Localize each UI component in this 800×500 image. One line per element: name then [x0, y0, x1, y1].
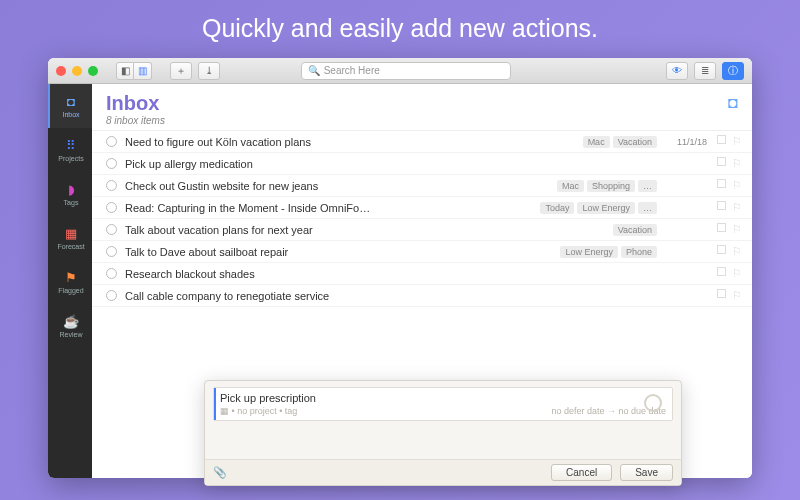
flag-icon: ⚑ — [63, 271, 79, 285]
row-status-icons: ⚐ — [717, 223, 742, 236]
page-heading: Quickly and easily add new actions. — [0, 0, 800, 43]
tag-pill[interactable]: Vacation — [613, 136, 657, 148]
quick-entry-dialog: Pick up prescription ▦ • no project • ta… — [204, 380, 682, 486]
flag-outline-icon[interactable]: ⚐ — [732, 135, 742, 148]
flag-outline-icon[interactable]: ⚐ — [732, 289, 742, 302]
inspector-button[interactable]: ⓘ — [722, 62, 744, 80]
quick-entry-status-circle[interactable] — [644, 394, 662, 412]
eye-icon: 👁 — [672, 65, 682, 76]
list-item[interactable]: Talk to Dave about sailboat repairLow En… — [92, 241, 752, 263]
action-title: Pick up allergy medication — [125, 158, 649, 170]
tag-pill[interactable]: Phone — [621, 246, 657, 258]
flag-outline-icon[interactable]: ⚐ — [732, 223, 742, 236]
action-title: Check out Gustin website for new jeans — [125, 180, 549, 192]
row-status-icons: ⚐ — [717, 135, 742, 148]
cancel-button[interactable]: Cancel — [551, 464, 612, 481]
sidebar-item-label: Inbox — [62, 111, 79, 118]
note-icon — [717, 289, 726, 298]
page-title: Inbox — [106, 92, 738, 115]
sidebar-toggle-button[interactable]: ◧ — [116, 62, 134, 80]
attachment-icon[interactable]: 📎 — [213, 466, 227, 479]
status-circle[interactable] — [106, 180, 117, 191]
search-field[interactable]: 🔍 Search Here — [301, 62, 511, 80]
tag-pill[interactable]: Today — [540, 202, 574, 214]
list-item[interactable]: Talk about vacation plans for next yearV… — [92, 219, 752, 241]
layout-icon: ≣ — [701, 65, 709, 76]
status-circle[interactable] — [106, 268, 117, 279]
status-circle[interactable] — [106, 202, 117, 213]
save-button[interactable]: Save — [620, 464, 673, 481]
note-icon — [717, 135, 726, 144]
layout-button[interactable]: ≣ — [694, 62, 716, 80]
action-tags: MacVacation — [583, 136, 657, 148]
tag-pill[interactable]: Mac — [557, 180, 584, 192]
sidebar-item-review[interactable]: ☕ Review — [48, 304, 92, 348]
sidebar-item-label: Review — [60, 331, 83, 338]
list-item[interactable]: Research blackout shades⚐ — [92, 263, 752, 285]
tag-icon: ◗ — [63, 183, 79, 197]
list-item[interactable]: Pick up allergy medication⚐ — [92, 153, 752, 175]
tag-pill[interactable]: Shopping — [587, 180, 635, 192]
sidebar-item-label: Tags — [64, 199, 79, 206]
quick-entry-title-input[interactable]: Pick up prescription — [220, 392, 666, 404]
list-item[interactable]: Read: Capturing in the Moment - Inside O… — [92, 197, 752, 219]
zoom-window-button[interactable] — [88, 66, 98, 76]
tag-pill[interactable]: Vacation — [613, 224, 657, 236]
content-header: Inbox 8 inbox items ◘ — [92, 84, 752, 131]
sidebar-icon: ◧ — [121, 65, 130, 76]
flag-outline-icon[interactable]: ⚐ — [732, 179, 742, 192]
close-window-button[interactable] — [56, 66, 66, 76]
tag-pill[interactable]: … — [638, 202, 657, 214]
note-icon — [717, 201, 726, 210]
sidebar-item-inbox[interactable]: ◘ Inbox — [48, 84, 92, 128]
list-item[interactable]: Need to figure out Köln vacation plansMa… — [92, 131, 752, 153]
sidebar-item-forecast[interactable]: ▦ Forecast — [48, 216, 92, 260]
sidebar-item-tags[interactable]: ◗ Tags — [48, 172, 92, 216]
row-status-icons: ⚐ — [717, 179, 742, 192]
minimize-window-button[interactable] — [72, 66, 82, 76]
sidebar-item-flagged[interactable]: ⚑ Flagged — [48, 260, 92, 304]
status-circle[interactable] — [106, 246, 117, 257]
action-tags: Vacation — [613, 224, 657, 236]
info-icon: ⓘ — [728, 64, 738, 78]
flag-outline-icon[interactable]: ⚐ — [732, 267, 742, 280]
flag-outline-icon[interactable]: ⚐ — [732, 157, 742, 170]
perspective-sidebar: ◘ Inbox ⠿ Projects ◗ Tags ▦ Forecast ⚑ F… — [48, 84, 92, 478]
note-icon — [717, 267, 726, 276]
projects-icon: ⠿ — [63, 139, 79, 153]
new-action-button[interactable]: ＋ — [170, 62, 192, 80]
tag-pill[interactable]: Mac — [583, 136, 610, 148]
note-icon — [717, 245, 726, 254]
sidebar-item-label: Forecast — [57, 243, 84, 250]
search-placeholder: Search Here — [324, 65, 380, 76]
search-icon: 🔍 — [308, 65, 320, 76]
list-item[interactable]: Check out Gustin website for new jeansMa… — [92, 175, 752, 197]
quick-entry-row[interactable]: Pick up prescription ▦ • no project • ta… — [213, 387, 673, 421]
action-title: Research blackout shades — [125, 268, 649, 280]
tag-pill[interactable]: Low Energy — [577, 202, 635, 214]
forecast-grid-icon: ▦ — [63, 227, 79, 241]
row-status-icons: ⚐ — [717, 267, 742, 280]
sidebar-item-projects[interactable]: ⠿ Projects — [48, 128, 92, 172]
list-item[interactable]: Call cable company to renegotiate servic… — [92, 285, 752, 307]
quick-entry-button[interactable]: ⤓ — [198, 62, 220, 80]
quick-entry-meta-left[interactable]: ▦ • no project • tag — [220, 406, 297, 416]
action-title: Read: Capturing in the Moment - Inside O… — [125, 202, 532, 214]
flag-outline-icon[interactable]: ⚐ — [732, 201, 742, 214]
status-circle[interactable] — [106, 290, 117, 301]
flag-outline-icon[interactable]: ⚐ — [732, 245, 742, 258]
inbox-tray-icon: ◘ — [63, 95, 79, 109]
status-circle[interactable] — [106, 136, 117, 147]
perspectives-toggle-button[interactable]: ▥ — [134, 62, 152, 80]
row-status-icons: ⚐ — [717, 157, 742, 170]
action-title: Talk to Dave about sailboat repair — [125, 246, 552, 258]
quick-entry-accent-bar — [214, 388, 216, 420]
tag-pill[interactable]: … — [638, 180, 657, 192]
status-circle[interactable] — [106, 224, 117, 235]
status-circle[interactable] — [106, 158, 117, 169]
note-icon — [717, 179, 726, 188]
view-toggle-segment: ◧ ▥ — [116, 62, 152, 80]
tag-pill[interactable]: Low Energy — [560, 246, 618, 258]
view-options-button[interactable]: 👁 — [666, 62, 688, 80]
columns-icon: ▥ — [138, 65, 147, 76]
